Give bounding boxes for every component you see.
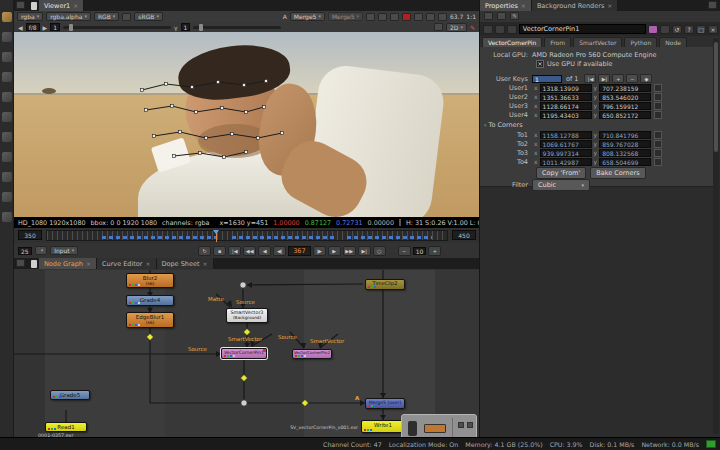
color-nodes-icon[interactable] [2,92,12,102]
node-name-field[interactable]: VectorCornerPin1 [519,24,646,34]
alpha-dropdown[interactable]: rgba.alpha [46,12,91,21]
user2-y-field[interactable]: 853.546020 [599,93,651,101]
user2-x-field[interactable]: 1351.36633 [540,93,592,101]
prev-frame-button[interactable]: ◀| [273,246,286,256]
panel-menu-icon[interactable] [16,1,25,9]
node-vectorcornerpin2[interactable]: VectorCornerPin2 [292,349,332,359]
to1-x-field[interactable]: 1158.12788 [540,131,592,139]
close-tab-icon[interactable]: × [607,2,612,9]
close-tab-icon[interactable]: × [202,260,207,267]
node-graph-minimap[interactable] [401,414,477,437]
scrollbar-thumb[interactable] [714,42,718,152]
tab-viewer1[interactable]: Viewer1 × [39,0,84,11]
export-menu-icon[interactable] [507,25,517,34]
animation-menu-icon[interactable] [654,158,662,166]
channels-dropdown[interactable]: rgba [17,12,43,21]
next-frame-button[interactable]: |▶ [313,246,326,256]
input-b-dropdown[interactable]: Merge5 [328,12,363,21]
keyframe-menu-icon[interactable] [483,25,493,34]
tab-smartvector[interactable]: SmartVector [573,37,622,47]
input-a-dropdown[interactable]: Merge5 [290,12,325,21]
use-gpu-checkbox[interactable]: × [536,60,544,68]
time-nodes-icon[interactable] [2,52,12,62]
tab-from[interactable]: From [544,37,571,47]
node-smartvector3[interactable]: SmartVector3(Background) [226,308,268,323]
gain-stop-label[interactable]: f/8 [26,23,40,31]
animation-menu-icon[interactable] [654,84,662,92]
range-start-field[interactable]: 350 [18,230,42,240]
close-tab-icon[interactable]: × [73,2,78,9]
loop-button[interactable]: ↻ [198,246,211,256]
channels-menu-icon[interactable] [495,25,505,34]
node-color-swatch[interactable] [648,25,658,34]
empty-panels-icon[interactable] [497,12,506,20]
keyer-nodes-icon[interactable] [2,132,12,142]
key-options-button[interactable]: ◆ [640,74,652,83]
gl-color-swatch[interactable] [660,25,670,34]
to4-x-field[interactable]: 1011.42987 [540,158,592,166]
step-minus-button[interactable]: − [398,246,411,256]
panel-options-icon[interactable] [708,1,717,9]
animation-menu-icon[interactable] [654,140,662,148]
node-graph-canvas[interactable]: Matte Source Source SmartVector Source S… [14,270,479,437]
animation-menu-icon[interactable] [654,102,662,110]
bounce-button[interactable]: ▪ [213,246,226,256]
node-edgeblur1[interactable]: EdgeBlur1(s6) [126,312,174,328]
bake-corners-button[interactable]: Bake Corners [590,167,645,179]
gain-slider[interactable] [63,26,171,29]
user3-x-field[interactable]: 1128.66174 [540,102,592,110]
node-blur2[interactable]: Blur2(s6) [126,273,174,288]
node-grade4[interactable]: Grade4 [126,295,174,306]
close-panel-button[interactable]: × [708,25,718,34]
colorspace-dropdown[interactable]: sRGB [134,12,163,21]
to2-x-field[interactable]: 1069.61767 [540,140,592,148]
user1-x-field[interactable]: 1318.13909 [540,84,592,92]
node-merge5[interactable]: Merge5 (over) [365,398,405,409]
transform-nodes-icon[interactable] [2,172,12,182]
user-keys-field[interactable]: 1 [532,75,562,83]
animation-menu-icon[interactable] [654,149,662,157]
tab-curve-editor[interactable]: Curve Editor× [97,258,157,269]
view-mode-dropdown[interactable]: 2D [446,23,467,32]
lock-panels-icon[interactable] [484,12,493,20]
play-backward-button[interactable]: ◀ [258,246,271,256]
copy-from-button[interactable]: Copy 'From' [536,167,586,179]
tab-node[interactable]: Node [659,37,687,47]
step-plus-button[interactable]: + [428,246,441,256]
zoom-level[interactable]: 63.7 [450,13,463,20]
to-corners-group-label[interactable]: To Corners [489,121,523,129]
gain-next-icon[interactable]: ▶ [43,24,48,31]
channel-nodes-icon[interactable] [2,72,12,82]
tab-dope-sheet[interactable]: Dope Sheet× [157,258,214,269]
goto-start-button[interactable]: |◀ [228,246,241,256]
node-timeclip2[interactable]: TimeClip2 [365,279,405,290]
last-key-button[interactable]: ▶| [598,74,610,83]
animation-menu-icon[interactable] [654,93,662,101]
node-vectorcornerpin1[interactable]: VectorCornerPin1 [221,348,267,359]
playback-rate-dropdown[interactable] [35,246,48,255]
display-channel-dropdown[interactable]: RGB [94,12,119,21]
prev-increment-button[interactable]: ◀◀ [243,246,256,256]
annotate-pen-icon[interactable]: ✎ [470,24,475,31]
revert-button[interactable]: ↺ [672,25,682,34]
to3-x-field[interactable]: 939.997314 [540,149,592,157]
playhead[interactable] [216,231,217,242]
roi-icon[interactable] [402,13,411,21]
stack-icon[interactable] [378,13,387,21]
play-forward-button[interactable]: ▶ [328,246,341,256]
merge-nodes-icon[interactable] [2,152,12,162]
pixel-ratio[interactable]: 1:1 [466,13,476,20]
delete-key-button[interactable]: − [626,74,638,83]
user1-y-field[interactable]: 707.238159 [599,84,651,92]
close-tab-icon[interactable]: × [86,260,91,267]
to1-y-field[interactable]: 710.841796 [599,131,651,139]
frame-range-dropdown[interactable]: Input [50,246,78,255]
clipping-icon[interactable] [414,13,423,21]
node-read1[interactable]: Read1 [45,422,87,432]
gain-value[interactable]: 1 [50,23,60,31]
close-tab-icon[interactable]: × [145,260,150,267]
node-grade5[interactable]: Grade5 [50,390,90,400]
filter-dropdown[interactable]: Cubic [532,179,590,191]
add-key-button[interactable]: + [612,74,624,83]
to2-y-field[interactable]: 859.767028 [599,140,651,148]
